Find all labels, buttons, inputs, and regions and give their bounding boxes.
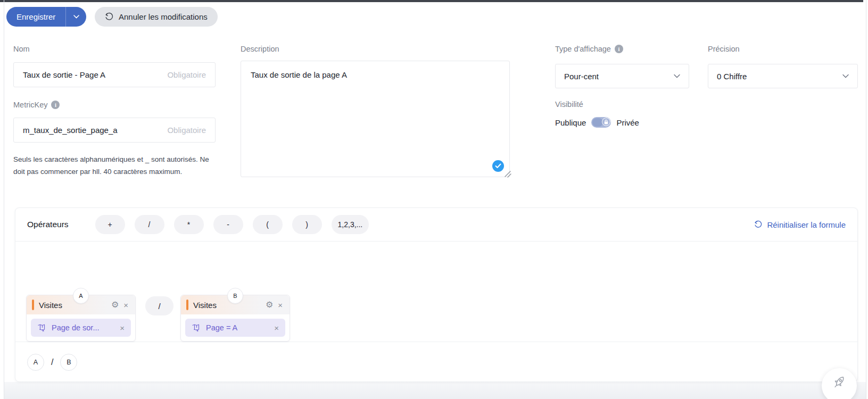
expression-operand-a[interactable]: A <box>27 354 44 371</box>
expression-operator: / <box>51 358 53 367</box>
metric-key-required-hint: Obligatoire <box>167 126 206 135</box>
expression-operand-b[interactable]: B <box>60 354 77 371</box>
chevron-down-icon <box>73 15 79 19</box>
visibility-public-label: Publique <box>555 118 586 127</box>
precision-label: Précision <box>708 45 740 53</box>
operator-open-paren-button[interactable]: ( <box>253 215 283 234</box>
description-label: Description <box>241 45 279 53</box>
metric-color-bar <box>32 300 34 310</box>
metric-key-label-text: MetricKey <box>13 101 47 109</box>
operator-multiply-button[interactable]: * <box>174 215 204 234</box>
resize-handle-icon[interactable] <box>503 169 511 180</box>
segment-map-icon <box>37 324 46 332</box>
operator-divide-button[interactable]: / <box>135 215 164 234</box>
filter-label: Page de sor... <box>52 323 114 332</box>
metric-key-label: MetricKey i <box>13 101 60 109</box>
save-split-button[interactable]: Enregistrer <box>6 7 86 27</box>
gear-icon[interactable]: ⚙ <box>111 301 119 309</box>
formula-expression-row: A / B <box>15 342 857 383</box>
page-footer-background <box>4 382 866 399</box>
display-type-label-text: Type d'affichage <box>555 45 611 53</box>
display-type-value: Pour-cent <box>564 72 599 81</box>
reset-formula-label: Réinitialiser la formule <box>767 220 846 229</box>
operator-plus-button[interactable]: + <box>95 215 125 234</box>
lock-icon <box>602 118 610 126</box>
chevron-down-icon <box>674 74 680 78</box>
assistant-fab-button[interactable] <box>822 368 857 399</box>
display-type-label: Type d'affichage i <box>555 45 623 53</box>
filter-chip[interactable]: Page de sor... × <box>31 319 131 337</box>
save-button[interactable]: Enregistrer <box>6 7 65 27</box>
close-icon[interactable]: × <box>278 301 283 310</box>
display-type-select[interactable]: Pour-cent <box>555 64 689 88</box>
visibility-private-label: Privée <box>616 118 639 127</box>
formula-operator-chip[interactable]: / <box>145 296 173 315</box>
panel-left-border <box>4 0 4 399</box>
metric-editor-page: Enregistrer Annuler les modifications No… <box>0 0 868 399</box>
reset-formula-link[interactable]: Réinitialiser la formule <box>754 220 846 229</box>
panel-right-border <box>866 0 866 399</box>
close-icon[interactable]: × <box>123 301 128 310</box>
operator-close-paren-button[interactable]: ) <box>292 215 322 234</box>
filter-chip[interactable]: Page = A × <box>185 319 285 337</box>
visibility-label: Visibilité <box>555 100 583 109</box>
filter-label: Page = A <box>206 323 269 332</box>
metric-key-value: m_taux_de_sortie_page_a <box>23 126 167 135</box>
close-icon[interactable]: × <box>120 323 125 332</box>
name-label: Nom <box>13 45 30 53</box>
visibility-toggle[interactable] <box>591 117 611 128</box>
operators-row: Opérateurs + / * - ( ) 1,2,3,... Réiniti… <box>15 208 857 241</box>
metric-name: Visites <box>39 301 106 310</box>
info-icon[interactable]: i <box>51 101 60 109</box>
undo-changes-label: Annuler les modifications <box>119 12 208 21</box>
toggle-track-fill <box>592 118 603 127</box>
info-icon[interactable]: i <box>615 45 623 53</box>
formula-builder-card: Opérateurs + / * - ( ) 1,2,3,... Réiniti… <box>15 207 858 382</box>
name-input[interactable]: Taux de sortie - Page A Obligatoire <box>13 62 216 87</box>
metric-color-bar <box>186 300 188 310</box>
formula-chips-area: A Visites ⚙ × Page de sor... × / B <box>15 242 857 342</box>
segment-map-icon <box>192 324 201 332</box>
window-top-strip <box>0 0 863 2</box>
close-icon[interactable]: × <box>274 323 279 332</box>
operator-minus-button[interactable]: - <box>213 215 243 234</box>
metric-badge-b: B <box>227 288 243 304</box>
valid-check-icon <box>492 160 504 172</box>
chevron-down-icon <box>842 74 849 78</box>
visibility-toggle-row: Publique Privée <box>555 117 639 128</box>
gear-icon[interactable]: ⚙ <box>266 301 273 309</box>
operators-label: Opérateurs <box>27 220 69 229</box>
metric-key-input[interactable]: m_taux_de_sortie_page_a Obligatoire <box>13 118 216 143</box>
undo-changes-button[interactable]: Annuler les modifications <box>95 7 218 27</box>
undo-icon <box>105 12 114 21</box>
name-value: Taux de sortie - Page A <box>23 70 167 79</box>
metric-name: Visites <box>193 301 261 310</box>
metric-block-b[interactable]: B Visites ⚙ × Page = A × <box>180 295 290 342</box>
name-required-hint: Obligatoire <box>167 70 206 79</box>
precision-select[interactable]: 0 Chiffre <box>708 64 858 88</box>
operator-number-button[interactable]: 1,2,3,... <box>332 215 369 234</box>
metric-block-a[interactable]: A Visites ⚙ × Page de sor... × <box>26 295 136 342</box>
reset-icon <box>754 220 763 229</box>
precision-value: 0 Chiffre <box>717 72 747 81</box>
save-dropdown-button[interactable] <box>65 7 86 27</box>
rocket-icon <box>832 375 847 389</box>
description-value: Taux de sortie de la page A <box>251 70 347 79</box>
description-textarea[interactable]: Taux de sortie de la page A <box>241 61 510 177</box>
metric-badge-a: A <box>73 288 89 304</box>
metric-key-help-text: Seuls les caractères alphanumériques et … <box>13 153 221 178</box>
